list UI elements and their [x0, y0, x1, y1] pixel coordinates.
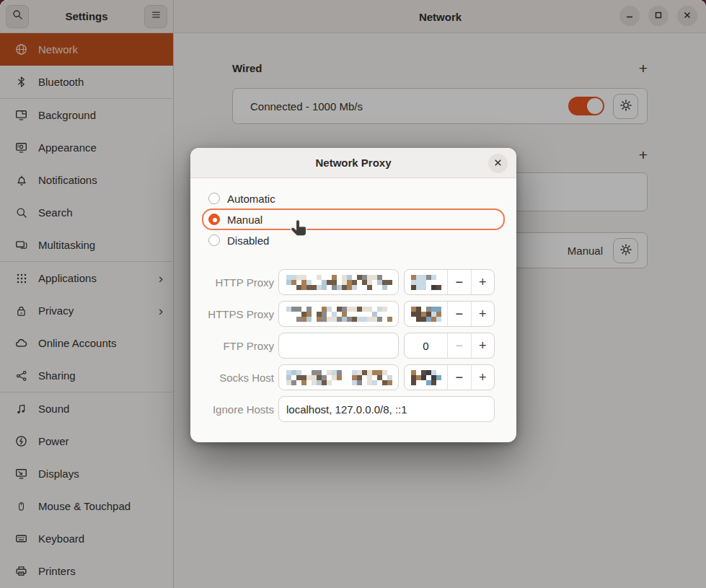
- form-row-https-proxy: HTTPS Proxy−+: [190, 301, 516, 327]
- dialog-close-button[interactable]: [488, 154, 508, 173]
- form-row-socks-host: Socks Host−+: [190, 364, 516, 390]
- port-value[interactable]: [405, 270, 447, 294]
- option-label: Automatic: [227, 193, 275, 205]
- proxy-mode-option-automatic[interactable]: Automatic: [202, 188, 505, 209]
- redacted-value-pixelation: [286, 307, 392, 322]
- port-decrement-button: −: [448, 333, 470, 358]
- field-label: Socks Host: [190, 364, 274, 390]
- radio-unchecked-icon[interactable]: [208, 234, 220, 246]
- field-label: HTTPS Proxy: [190, 301, 274, 327]
- option-label: Manual: [227, 214, 262, 226]
- dialog-title: Network Proxy: [315, 157, 391, 169]
- radio-checked-icon[interactable]: [208, 214, 220, 225]
- redacted-value-pixelation: [411, 307, 441, 322]
- redacted-value-pixelation: [411, 370, 441, 385]
- port-value[interactable]: [405, 302, 447, 326]
- form-row-ftp-proxy: FTP Proxy0−+: [190, 333, 516, 359]
- redacted-value-pixelation: [286, 370, 392, 385]
- port-decrement-button[interactable]: −: [448, 365, 470, 390]
- http-proxy-port-spinbutton: −+: [404, 269, 495, 295]
- form-row-ignore-hosts: Ignore Hostslocalhost, 127.0.0.0/8, ::1: [190, 396, 516, 422]
- port-value[interactable]: [405, 365, 447, 390]
- socks-host-input[interactable]: [278, 364, 399, 390]
- port-increment-button[interactable]: +: [472, 270, 494, 294]
- field-label: Ignore Hosts: [190, 396, 274, 422]
- form-row-http-proxy: HTTP Proxy−+: [190, 269, 516, 295]
- ignore-hosts-input[interactable]: localhost, 127.0.0.0/8, ::1: [278, 396, 495, 422]
- input-value: localhost, 127.0.0.0/8, ::1: [286, 403, 407, 416]
- proxy-mode-option-manual[interactable]: Manual: [202, 209, 505, 230]
- port-increment-button[interactable]: +: [472, 302, 494, 326]
- https-proxy-input[interactable]: [278, 301, 399, 327]
- option-label: Disabled: [227, 234, 269, 247]
- dialog-headerbar: Network Proxy: [190, 148, 516, 178]
- http-proxy-input[interactable]: [278, 269, 399, 295]
- redacted-value-pixelation: [286, 275, 392, 290]
- network-proxy-dialog: Network Proxy AutomaticManualDisabled HT…: [190, 148, 516, 442]
- port-increment-button[interactable]: +: [472, 333, 494, 358]
- https-proxy-port-spinbutton: −+: [404, 301, 495, 327]
- proxy-mode-options: AutomaticManualDisabled: [190, 178, 516, 250]
- field-label: FTP Proxy: [190, 333, 274, 359]
- settings-window: Settings NetworkBluetoothBackgroundAppea…: [0, 0, 706, 588]
- port-decrement-button[interactable]: −: [448, 302, 470, 326]
- socks-host-port-spinbutton: −+: [404, 364, 495, 390]
- radio-unchecked-icon[interactable]: [208, 193, 220, 204]
- close-icon: [493, 158, 503, 170]
- proxy-mode-option-disabled[interactable]: Disabled: [202, 230, 505, 250]
- redacted-value-pixelation: [411, 275, 441, 290]
- port-increment-button[interactable]: +: [472, 365, 494, 390]
- ftp-proxy-port-spinbutton: 0−+: [404, 333, 495, 359]
- ftp-proxy-input[interactable]: [278, 333, 399, 359]
- port-decrement-button[interactable]: −: [448, 270, 470, 294]
- port-value[interactable]: 0: [405, 333, 447, 358]
- field-label: HTTP Proxy: [190, 269, 274, 295]
